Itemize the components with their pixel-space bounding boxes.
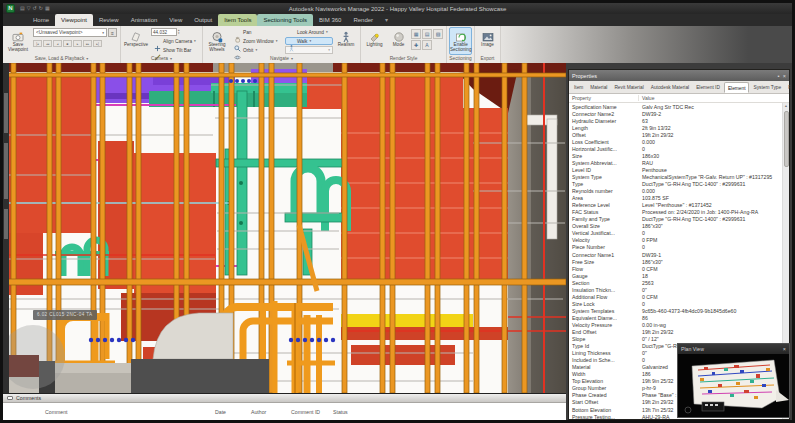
plan-view-thumbnail xyxy=(678,354,789,417)
property-name: Reference Level xyxy=(569,202,639,208)
panel-render-style: Lighting Mode ▦▤▧✚A Render Style xyxy=(361,26,447,63)
property-name: Width xyxy=(569,371,639,377)
camera-icon xyxy=(12,29,24,41)
close-icon[interactable]: × xyxy=(783,73,786,79)
transport-button-6[interactable]: ▸| xyxy=(93,40,102,47)
ribbon-tab-render[interactable]: Render xyxy=(347,14,379,26)
comments-header[interactable]: Comments xyxy=(3,394,566,403)
properties-tab-item[interactable]: Item xyxy=(571,82,586,93)
properties-tab-material[interactable]: Material xyxy=(587,82,610,93)
property-name: Additional Flow xyxy=(569,294,639,300)
lighting-button[interactable]: Lighting xyxy=(363,27,386,55)
ribbon-tab-animation[interactable]: Animation xyxy=(125,14,164,26)
viewpoint-combo[interactable]: <Unsaved Viewpoint> ▾ xyxy=(33,28,107,37)
lighting-label: Lighting xyxy=(366,42,382,47)
perspective-button[interactable]: Perspective xyxy=(123,27,149,55)
qat-icon-2[interactable]: ↺ xyxy=(33,4,37,13)
flashlight-icon xyxy=(369,29,381,41)
transport-button-0[interactable]: |◂ xyxy=(33,40,42,47)
plan-view-title: Plan View xyxy=(681,346,783,352)
walk-button[interactable]: Walk ▾ xyxy=(285,37,333,45)
property-row: System Abbreviat...RAU xyxy=(569,159,782,166)
transport-button-4[interactable]: ▸ xyxy=(73,40,82,47)
realism-button[interactable]: Realism xyxy=(335,27,357,55)
ribbon-tab-home[interactable]: Home xyxy=(27,14,55,26)
properties-tab-refl[interactable]: Refl xyxy=(785,82,795,93)
orbit-icon xyxy=(234,47,241,54)
orbit-button[interactable]: Orbit ▾ xyxy=(231,46,283,54)
pan-button[interactable]: Pan xyxy=(231,28,283,36)
property-value: MechanicalSystemType "R-Galv. Return UP"… xyxy=(639,174,782,180)
transport-button-5[interactable]: ▸▸ xyxy=(83,40,92,47)
application-menu-button[interactable]: N xyxy=(6,4,15,13)
fov-field[interactable]: 44.032 ▴▾ xyxy=(151,28,199,36)
look-around-button[interactable]: Look Around ▾ xyxy=(285,28,333,36)
property-name: Flow xyxy=(569,266,639,272)
show-tilt-bar-button[interactable]: Show Tilt Bar xyxy=(151,46,199,54)
comments-column-comment-id: Comment ID xyxy=(291,409,320,415)
transport-button-3[interactable]: ■ xyxy=(63,40,72,47)
properties-tab-element[interactable]: Element xyxy=(724,82,750,93)
property-name: Velocity Pressure xyxy=(569,322,639,328)
ribbon-tab-viewpoint[interactable]: Viewpoint xyxy=(55,14,93,26)
scroll-up-icon[interactable]: ▲ xyxy=(783,103,789,110)
qat-icon-1[interactable]: ▽ xyxy=(27,4,31,13)
ribbon-tab-review[interactable]: Review xyxy=(93,14,125,26)
align-camera-button[interactable]: Align Camera ▾ xyxy=(151,37,199,45)
property-row: Offset19ft 2in 29/32 xyxy=(569,131,782,138)
transport-button-1[interactable]: ◂◂ xyxy=(43,40,52,47)
render-mini-button-3[interactable]: ✚ xyxy=(411,40,421,50)
property-value: 186"x30" xyxy=(639,223,782,229)
quick-access-toolbar: ▤▽↺↻▦ xyxy=(20,4,50,13)
property-value: Processed on: 2/24/2020 in Job: 1400-PH-… xyxy=(639,209,782,215)
property-name: System Templates xyxy=(569,308,639,314)
model-viewport[interactable]: 6.02 CL015 2NC-04 TA xyxy=(3,63,566,393)
render-mini-button-2[interactable]: ▧ xyxy=(433,29,443,39)
properties-header[interactable]: Properties ▪ × xyxy=(569,70,789,81)
panel-label-save[interactable]: Save, Load & Playback▾ xyxy=(3,55,120,63)
panel-menu-icon[interactable]: ▪ xyxy=(778,73,780,79)
ribbon-tab-output[interactable]: Output xyxy=(188,14,218,26)
qat-icon-0[interactable]: ▤ xyxy=(20,4,25,13)
ribbon-tab-item-tools[interactable]: Item Tools xyxy=(218,14,257,26)
property-row: System TypeMechanicalSystemType "R-Galv.… xyxy=(569,173,782,180)
panel-label-navigate[interactable]: Navigate▾ xyxy=(203,55,360,63)
save-viewpoint-button[interactable]: Save Viewpoint xyxy=(5,27,31,55)
plan-view-body[interactable] xyxy=(678,354,789,421)
ribbon-tab-bim-360[interactable]: BIM 360 xyxy=(313,14,347,26)
transport-button-2[interactable]: ◂ xyxy=(53,40,62,47)
property-value: 0.000 xyxy=(639,139,782,145)
ribbon-tab-view[interactable]: View xyxy=(163,14,188,26)
enable-sectioning-button[interactable]: Enable Sectioning xyxy=(449,27,472,55)
playback-transport: |◂◂◂◂■▸▸▸▸| xyxy=(33,40,117,47)
qat-icon-3[interactable]: ↻ xyxy=(39,4,43,13)
walk-speed-combo[interactable]: ▾ xyxy=(285,46,333,54)
steering-wheels-button[interactable]: Steering Wheels xyxy=(205,27,229,55)
property-row: FAC StatusProcessed on: 2/24/2020 in Job… xyxy=(569,209,782,216)
plan-view-header[interactable]: Plan View × xyxy=(678,344,789,354)
viewpoint-menu-button[interactable]: ≡ xyxy=(108,28,117,37)
qat-icon-4[interactable]: ▦ xyxy=(45,4,50,13)
export-image-label: Image xyxy=(481,42,494,47)
steering-wheel-icon xyxy=(211,29,223,41)
render-mini-button-0[interactable]: ▦ xyxy=(411,29,421,39)
spinner-icon[interactable]: ▴▾ xyxy=(178,29,179,35)
render-mini-button-4[interactable]: A xyxy=(422,40,432,50)
scrollbar-thumb[interactable] xyxy=(784,111,789,167)
properties-tab-element-id[interactable]: Element ID xyxy=(693,82,723,93)
property-value: 19ft 2in 29/32 xyxy=(639,329,782,335)
property-name: Velocity xyxy=(569,237,639,243)
mode-button[interactable]: Mode xyxy=(388,27,409,55)
ribbon-tab-sectioning-tools[interactable]: Sectioning Tools xyxy=(257,14,313,26)
ribbon-tab-[interactable]: ▾ xyxy=(379,14,394,26)
zoom-window-button[interactable]: Zoom Window ▾ xyxy=(231,37,283,45)
close-icon[interactable]: × xyxy=(783,346,786,352)
properties-tab-system-type[interactable]: System Type xyxy=(750,82,784,93)
render-mini-button-1[interactable]: ▤ xyxy=(422,29,432,39)
panel-label-camera[interactable]: Camera▾ xyxy=(121,55,202,63)
properties-tab-revit-material[interactable]: Revit Material xyxy=(611,82,646,93)
comments-list[interactable]: CommentDateAuthorComment IDStatus xyxy=(3,403,566,420)
export-image-button[interactable]: Image xyxy=(477,27,498,55)
property-name: Length xyxy=(569,125,639,131)
properties-tab-autodesk-material[interactable]: Autodesk Material xyxy=(648,82,692,93)
